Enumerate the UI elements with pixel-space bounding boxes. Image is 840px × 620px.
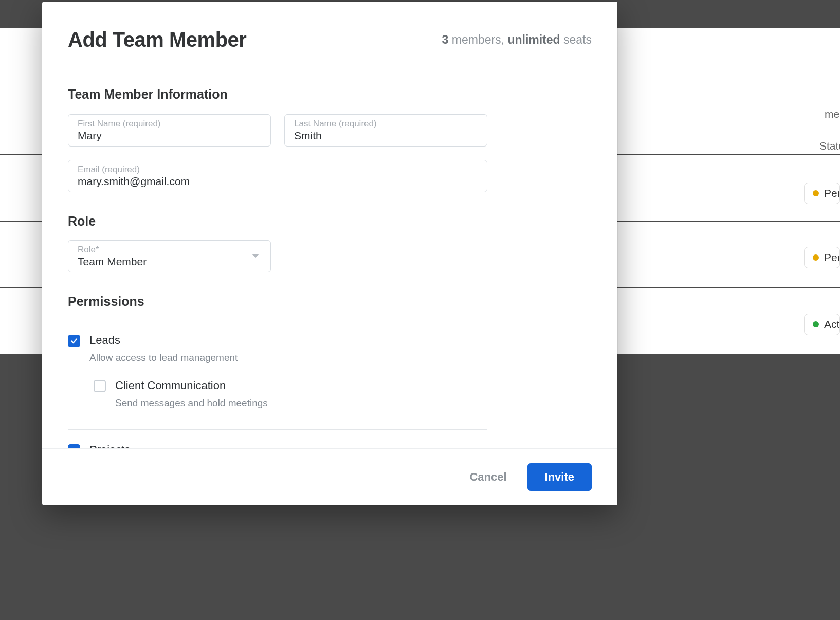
leads-description: Allow access to lead management xyxy=(89,352,238,363)
status-badge: Pen xyxy=(804,247,840,268)
status-badge: Acti xyxy=(804,314,840,335)
projects-title: Projects xyxy=(89,443,130,448)
bg-column-status: Status xyxy=(819,140,840,152)
client-communication-title: Client Communication xyxy=(115,379,268,392)
unlimited-label: unlimited xyxy=(507,33,560,46)
status-dot-icon xyxy=(813,190,819,196)
email-input[interactable] xyxy=(78,175,478,188)
permission-divider xyxy=(68,429,487,430)
modal-footer: Cancel Invite xyxy=(42,448,617,505)
cancel-button[interactable]: Cancel xyxy=(469,470,506,484)
first-name-input[interactable] xyxy=(78,130,261,142)
first-name-label: First Name (required) xyxy=(78,119,261,129)
permission-client-communication: Client Communication Send messages and h… xyxy=(94,379,592,409)
member-count: 3 xyxy=(442,33,449,46)
role-select[interactable]: Role* Team Member xyxy=(68,240,271,272)
modal-body: Team Member Information First Name (requ… xyxy=(42,72,617,448)
bg-column-members: members xyxy=(825,108,840,120)
email-label: Email (required) xyxy=(78,165,478,175)
status-dot-icon xyxy=(813,321,819,327)
section-heading-permissions: Permissions xyxy=(68,294,592,309)
leads-checkbox[interactable] xyxy=(68,335,80,347)
invite-button[interactable]: Invite xyxy=(527,463,592,491)
leads-title: Leads xyxy=(89,334,238,347)
section-heading-role: Role xyxy=(68,214,592,229)
client-communication-checkbox[interactable] xyxy=(94,380,106,392)
modal-title: Add Team Member xyxy=(68,28,246,51)
status-badge-text: Acti xyxy=(824,318,840,331)
role-value: Team Member xyxy=(78,256,261,268)
projects-checkbox[interactable] xyxy=(68,444,80,448)
status-badge-text: Pen xyxy=(824,251,840,264)
last-name-label: Last Name (required) xyxy=(294,119,478,129)
client-communication-description: Send messages and hold meetings xyxy=(115,397,268,409)
add-team-member-modal: Add Team Member 3 members, unlimited sea… xyxy=(42,2,617,505)
modal-header: Add Team Member 3 members, unlimited sea… xyxy=(42,2,617,72)
email-field[interactable]: Email (required) xyxy=(68,160,487,192)
permission-leads: Leads Allow access to lead management xyxy=(68,334,592,363)
last-name-input[interactable] xyxy=(294,130,478,142)
role-label: Role* xyxy=(78,245,261,255)
permission-projects: Projects xyxy=(68,443,592,448)
status-badge: Pen xyxy=(804,183,840,204)
seat-info: 3 members, unlimited seats xyxy=(442,33,592,47)
check-icon xyxy=(70,337,78,345)
section-heading-info: Team Member Information xyxy=(68,87,592,102)
last-name-field[interactable]: Last Name (required) xyxy=(284,114,487,147)
status-dot-icon xyxy=(813,254,819,261)
first-name-field[interactable]: First Name (required) xyxy=(68,114,271,147)
status-badge-text: Pen xyxy=(824,187,840,199)
